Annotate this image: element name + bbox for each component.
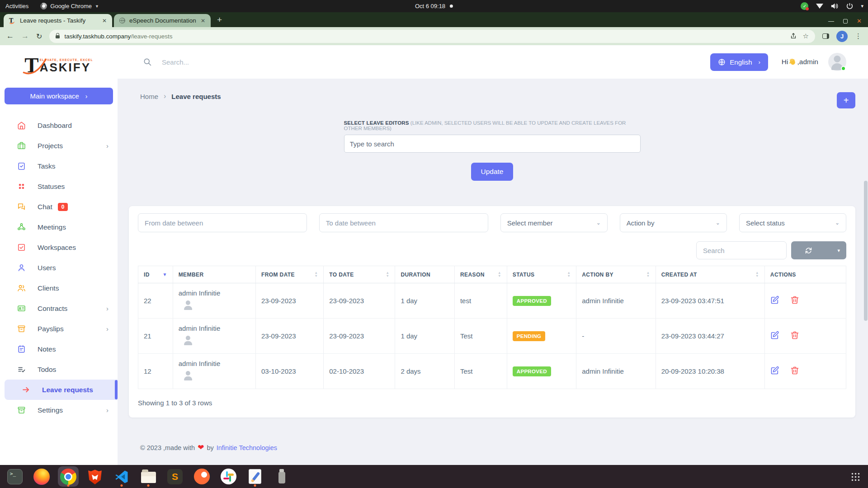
refresh-button[interactable]: ▾ — [791, 241, 846, 259]
brave-icon[interactable] — [85, 466, 105, 487]
cell-actions — [764, 283, 846, 319]
sidebar-item-statuses[interactable]: Statuses — [0, 176, 118, 197]
sidebar-item-workspaces[interactable]: Workspaces — [0, 237, 118, 258]
sidebar-item-contracts[interactable]: Contracts › — [0, 298, 118, 319]
caret-down-icon: ▼ — [95, 4, 99, 9]
column-header-duration[interactable]: DURATION — [395, 266, 455, 283]
column-header-reason[interactable]: REASON▲▼ — [454, 266, 507, 283]
window-restore-button[interactable] — [843, 19, 848, 23]
from-date-filter-input[interactable] — [138, 213, 307, 232]
main-workspace-button[interactable]: Main workspace › — [5, 88, 113, 104]
update-button[interactable]: Update — [471, 163, 513, 181]
page-scrollbar[interactable] — [863, 45, 868, 465]
volume-icon[interactable] — [831, 3, 839, 9]
taskbar: >_ S — [0, 465, 868, 488]
firefox-icon[interactable] — [31, 466, 52, 487]
share-icon[interactable] — [790, 33, 797, 39]
tab-espeech-documentation[interactable]: eSpeech Documentation ✕ — [114, 14, 211, 27]
back-button[interactable]: ← — [6, 32, 14, 41]
column-header-member[interactable]: MEMBER — [173, 266, 255, 283]
tab-close-icon[interactable]: ✕ — [201, 18, 205, 24]
sidebar-item-notes[interactable]: Notes — [0, 339, 118, 359]
files-icon[interactable] — [138, 466, 159, 487]
cell-action-by: - — [576, 319, 656, 354]
sidebar-item-meetings[interactable]: Meetings — [0, 217, 118, 237]
tab-close-icon[interactable]: ✕ — [102, 18, 107, 24]
sidebar-item-dashboard[interactable]: Dashboard — [0, 115, 118, 136]
activities-button[interactable]: Activities — [5, 3, 28, 9]
taskify-logo[interactable]: T ELEVATE, EXECUTE, EXCEL ASKIFY — [0, 45, 118, 84]
column-header-id[interactable]: ID▼ — [138, 266, 173, 283]
window-minimize-button[interactable]: — — [828, 18, 834, 24]
infinitie-technologies-link[interactable]: Infinitie Technologies — [217, 444, 277, 451]
chevron-down-icon[interactable]: ▾ — [861, 3, 863, 9]
member-select[interactable]: Select member ⌄ — [500, 213, 608, 232]
sidebar-item-payslips[interactable]: Payslips › — [0, 319, 118, 339]
forward-button[interactable]: → — [21, 32, 29, 41]
power-icon[interactable] — [846, 3, 853, 9]
vscode-icon[interactable] — [111, 466, 132, 487]
global-search[interactable]: Search... — [143, 57, 189, 66]
archive-icon — [17, 324, 26, 333]
app-menu[interactable]: Google Chrome ▼ — [40, 3, 99, 9]
column-header-created-at[interactable]: CREATED AT▲▼ — [656, 266, 764, 283]
sidebar-item-users[interactable]: Users — [0, 258, 118, 278]
clock[interactable]: Oct 6 09:18 — [415, 3, 453, 9]
edit-icon[interactable] — [770, 296, 779, 306]
sidebar-item-settings[interactable]: Settings › — [0, 400, 118, 420]
sidebar-item-tasks[interactable]: Tasks — [0, 156, 118, 176]
slack-icon[interactable] — [218, 466, 239, 487]
chat-count-badge: 0 — [58, 203, 68, 211]
breadcrumb-home-link[interactable]: Home — [140, 93, 158, 100]
sort-icon: ▲▼ — [498, 272, 501, 277]
side-panel-icon[interactable] — [822, 33, 829, 39]
status-badge: PENDING — [513, 331, 546, 341]
app-grid-icon[interactable] — [851, 472, 860, 481]
sidebar-item-projects[interactable]: Projects › — [0, 136, 118, 156]
terminal-icon[interactable]: >_ — [5, 466, 25, 487]
usb-device-icon[interactable] — [271, 466, 292, 487]
action-by-select[interactable]: Action by ⌄ — [620, 213, 727, 232]
wifi-icon[interactable] — [816, 4, 823, 9]
text-editor-icon[interactable] — [245, 466, 265, 487]
column-header-to-date[interactable]: TO DATE▲▼ — [324, 266, 395, 283]
tab-leave-requests[interactable]: T Leave requests - Taskify ✕ — [4, 14, 112, 27]
sidebar-item-chat[interactable]: Chat 0 — [0, 197, 118, 217]
new-tab-button[interactable]: + — [217, 15, 222, 25]
sidebar-item-todos[interactable]: Todos — [0, 359, 118, 380]
chrome-icon[interactable] — [58, 466, 79, 487]
delete-icon[interactable] — [790, 366, 799, 376]
reload-button[interactable]: ↻ — [36, 32, 42, 41]
status-select[interactable]: Select status ⌄ — [739, 213, 846, 232]
cell-created-at: 23-09-2023 03:44:27 — [656, 319, 764, 354]
scrollbar-thumb[interactable] — [864, 181, 868, 321]
postman-icon[interactable] — [191, 466, 212, 487]
language-button[interactable]: English › — [710, 53, 768, 71]
sidebar-item-clients[interactable]: Clients — [0, 278, 118, 298]
sublime-text-icon[interactable]: S — [165, 466, 185, 487]
column-header-from-date[interactable]: FROM DATE▲▼ — [255, 266, 323, 283]
user-avatar[interactable] — [828, 53, 846, 71]
window-close-button[interactable]: ✕ — [857, 18, 862, 24]
browser-profile-avatar[interactable]: J — [836, 31, 848, 42]
browser-toolbar: ← → ↻ taskify.taskhub.company/leave-requ… — [0, 27, 868, 45]
grid-dots-icon — [17, 182, 26, 191]
bookmark-star-icon[interactable]: ☆ — [803, 32, 809, 40]
column-header-actions[interactable]: ACTIONS — [764, 266, 846, 283]
screenshot-indicator-icon[interactable]: ✓ — [801, 2, 808, 10]
leave-editors-search-input[interactable] — [344, 135, 641, 153]
to-date-filter-input[interactable] — [319, 213, 488, 232]
browser-menu-icon[interactable]: ⋮ — [855, 32, 862, 40]
delete-icon[interactable] — [790, 331, 799, 341]
sidebar-item-leave-requests[interactable]: Leave requests — [5, 380, 118, 400]
lock-icon[interactable] — [56, 35, 60, 38]
system-tray[interactable]: ✓ ▾ — [801, 2, 868, 10]
add-leave-request-button[interactable]: + — [837, 92, 855, 108]
column-header-action-by[interactable]: ACTION BY▲▼ — [576, 266, 656, 283]
delete-icon[interactable] — [790, 296, 799, 306]
edit-icon[interactable] — [770, 331, 779, 341]
edit-icon[interactable] — [770, 366, 779, 376]
table-search-input[interactable] — [696, 241, 787, 259]
address-bar[interactable]: taskify.taskhub.company/leave-requests ☆ — [49, 30, 815, 43]
column-header-status[interactable]: STATUS▲▼ — [507, 266, 576, 283]
